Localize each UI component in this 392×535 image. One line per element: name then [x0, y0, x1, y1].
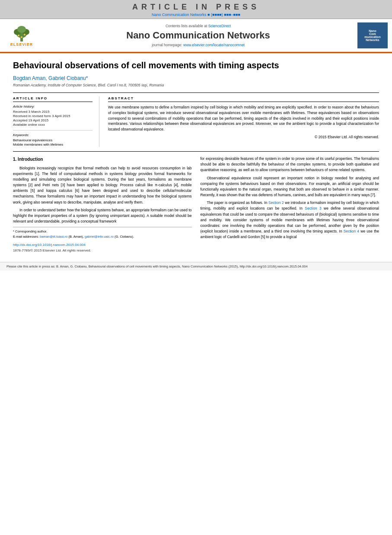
email-ciobanu[interactable]: gabriel@info.uaic.ro [85, 235, 114, 239]
keyword-2: Mobile membranes with lifetimes [13, 143, 92, 146]
citation-text: Please cite this article in press as: B.… [6, 264, 308, 268]
info-abstract-row: ARTICLE INFO Article history: Received 3… [13, 92, 379, 147]
svg-point-7 [21, 36, 22, 38]
keyword-1: Behavioural equivalences [13, 138, 92, 142]
doi-link[interactable]: http://dx.doi.org/10.1016/j.nancom.2015.… [13, 243, 86, 247]
abstract-copyright: © 2015 Elsevier Ltd. All rights reserved… [108, 135, 379, 139]
paper-title: Behavioural observations of cell movemen… [13, 60, 379, 71]
email-aman[interactable]: baman@iit.tuiasi.ro [40, 235, 67, 239]
svg-point-4 [17, 26, 26, 33]
abstract-column: ABSTRACT We use membrane systems to defi… [108, 96, 379, 147]
keywords-title: Keywords: [13, 133, 92, 137]
history-revised: Received in revised form 3 April 2015 [13, 114, 92, 118]
footer-links: http://dx.doi.org/10.1016/j.nancom.2015.… [13, 242, 192, 253]
body-column-left: 1. Introduction Biologists increasingly … [13, 156, 192, 253]
authors: Bogdan Aman, Gabriel Ciobanu* [13, 75, 379, 81]
body-para-col2-3: The paper is organized as follows. In Se… [201, 200, 379, 240]
section1-title: 1. Introduction [13, 156, 192, 163]
affiliation: Romanian Academy, Institute of Computer … [13, 83, 379, 87]
sciencedirect-link[interactable]: ScienceDirect [208, 24, 231, 28]
body-para-col2-2: Observational equivalence could represen… [201, 175, 379, 198]
paper-content: Behavioural observations of cell movemen… [0, 53, 392, 258]
nano-journal-logo: Nano Com munication Networks [357, 22, 388, 48]
homepage-url[interactable]: www.elsevier.com/locate/nanocomnet [183, 43, 245, 47]
homepage-link: journal homepage: www.elsevier.com/locat… [43, 43, 353, 47]
svg-point-6 [24, 34, 25, 35]
aip-text: ARTICLE IN PRESS [0, 3, 392, 12]
section-divider [13, 151, 379, 152]
journal-header: ELSEVIER Contents lists available at Sci… [0, 19, 392, 53]
contents-link: Contents lists available at ScienceDirec… [43, 24, 353, 28]
body-column-right: for expressing desirable features of the… [201, 156, 379, 253]
elsevier-tree-icon [11, 24, 32, 42]
section4-ref: Section 4 [344, 229, 359, 233]
history-title: Article history: [13, 105, 92, 108]
footnote-area: * Corresponding author. E-mail addresses… [13, 227, 192, 239]
abstract-header: ABSTRACT [108, 96, 379, 102]
body-columns: 1. Introduction Biologists increasingly … [13, 156, 379, 253]
elsevier-logo: ELSEVIER [4, 24, 39, 47]
keywords-section: Keywords: Behavioural equivalences Mobil… [13, 130, 92, 146]
article-info-column: ARTICLE INFO Article history: Received 3… [13, 96, 99, 147]
history-available: Available online xxxx [13, 123, 92, 127]
abstract-text: We use membrane systems to define a form… [108, 105, 379, 132]
article-info-header: ARTICLE INFO [13, 96, 92, 102]
body-para2: In order to understand better how the bi… [13, 207, 192, 225]
section3-ref: Section 3 [305, 206, 321, 210]
body-para-col2-1: for expressing desirable features of the… [201, 156, 379, 173]
footnote-star: * Corresponding author. [13, 229, 192, 234]
svg-point-5 [18, 35, 19, 36]
history-received: Received 3 March 2015 [13, 110, 92, 114]
citation-bar: Please cite this article in press as: B.… [0, 262, 392, 271]
journal-title: Nano Communication Networks [43, 30, 353, 41]
elsevier-wordmark: ELSEVIER [10, 42, 33, 47]
section2-ref: Section 2 [268, 201, 284, 205]
body-para1: Biologists increasingly recognize that f… [13, 166, 192, 205]
journal-info: Contents lists available at ScienceDirec… [43, 24, 353, 47]
issn-copyright: 1878-7789/© 2015 Elsevier Ltd. All right… [13, 248, 91, 252]
article-history: Article history: Received 3 March 2015 R… [13, 105, 92, 127]
history-accepted: Accepted 19 April 2015 [13, 118, 92, 122]
article-in-press-banner: ARTICLE IN PRESS Nano Communication Netw… [0, 0, 392, 19]
banner-journal-link: Nano Communication Networks ■ (■■■■) ■■■… [0, 13, 392, 17]
footnote-emails: E-mail addresses: baman@iit.tuiasi.ro (B… [13, 234, 192, 239]
